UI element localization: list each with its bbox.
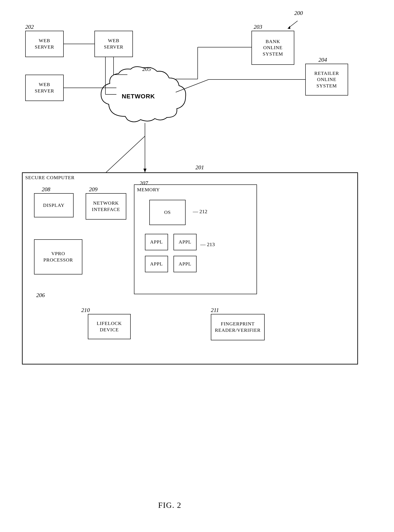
display-box: DISPLAY — [34, 193, 73, 217]
appl-2-box: APPL — [173, 234, 197, 250]
bank-online-label: BANKONLINESYSTEM — [263, 38, 283, 57]
ref-204-label: 204 — [318, 57, 327, 63]
appl-1-label: APPL — [150, 239, 163, 245]
appl-3-label: APPL — [150, 261, 163, 267]
web-server-3-box: WEBSERVER — [25, 75, 64, 101]
cloud-svg: NETWORK — [97, 66, 191, 127]
web-server-2-label: WEBSERVER — [104, 37, 124, 50]
svg-line-0 — [288, 21, 298, 29]
ref-210-label: 210 — [81, 307, 90, 314]
lifelock-device-box: LIFELOCKDEVICE — [88, 314, 131, 339]
svg-line-30 — [106, 136, 145, 172]
appl-1-box: APPL — [145, 234, 168, 250]
appl-4-label: APPL — [179, 261, 192, 267]
ref-212-label: — 212 — [193, 209, 207, 215]
secure-computer-label: SECURE COMPUTER — [25, 175, 75, 181]
ref-203-label: 203 — [254, 24, 262, 30]
svg-marker-15 — [143, 169, 146, 172]
network-interface-box: NETWORKINTERFACE — [86, 193, 126, 220]
retailer-online-box: RETAILERONLINESYSTEM — [305, 64, 348, 96]
ref-205-label: 205 — [142, 66, 151, 72]
fingerprint-reader-box: FINGERPRINTREADER/VERIFIER — [211, 314, 265, 340]
appl-2-label: APPL — [179, 239, 192, 245]
retailer-online-label: RETAILERONLINESYSTEM — [314, 70, 339, 89]
web-server-1-box: WEBSERVER — [25, 31, 64, 57]
web-server-2-box: WEBSERVER — [94, 31, 133, 57]
figure-label: FIG. 2 — [158, 501, 181, 510]
ref-213-label: — 213 — [200, 242, 215, 248]
ref-209-label: 209 — [89, 186, 98, 193]
fingerprint-reader-label: FINGERPRINTREADER/VERIFIER — [215, 321, 260, 333]
lifelock-device-label: LIFELOCKDEVICE — [97, 320, 122, 333]
ref-208-label: 208 — [42, 186, 50, 193]
diagram-container: 200 202 WEBSERVER WEBSERVER 203 BANKONLI… — [0, 0, 394, 532]
ref-211-label: 211 — [211, 307, 219, 314]
bank-online-box: BANKONLINESYSTEM — [251, 31, 294, 65]
appl-3-box: APPL — [145, 256, 168, 272]
vpro-processor-label: VPROPROCESSOR — [43, 251, 73, 263]
svg-marker-1 — [288, 26, 290, 29]
ref-206-label: 206 — [36, 292, 45, 299]
os-box: OS — [149, 200, 186, 225]
network-interface-label: NETWORKINTERFACE — [92, 200, 120, 212]
display-label: DISPLAY — [43, 202, 65, 209]
network-cloud: NETWORK — [97, 66, 191, 128]
os-label: OS — [164, 209, 171, 216]
memory-label: MEMORY — [137, 187, 160, 193]
appl-4-box: APPL — [173, 256, 197, 272]
ref-202-label: 202 — [25, 24, 34, 30]
vpro-processor-box: VPROPROCESSOR — [34, 239, 82, 274]
ref-201-label: 201 — [196, 164, 204, 171]
web-server-1-label: WEBSERVER — [35, 37, 54, 50]
web-server-3-label: WEBSERVER — [35, 82, 54, 94]
ref-200-label: 200 — [294, 10, 303, 16]
svg-text:NETWORK: NETWORK — [122, 93, 155, 100]
